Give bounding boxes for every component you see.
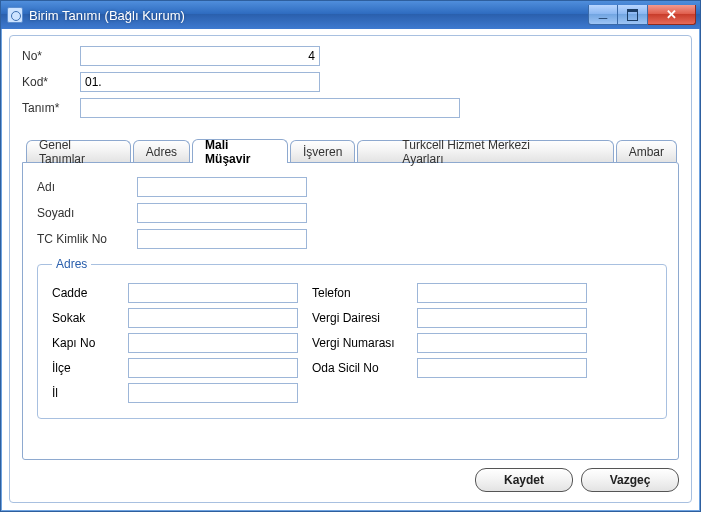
minimize-button[interactable]: ─: [588, 5, 618, 25]
no-input[interactable]: [80, 46, 320, 66]
kapino-input[interactable]: [128, 333, 298, 353]
il-input[interactable]: [128, 383, 298, 403]
vdaire-label: Vergi Dairesi: [312, 311, 417, 325]
adres-groupbox: Adres Cadde Sokak Kapı No İlçe İl Telefo…: [37, 257, 667, 419]
window-frame: Birim Tanımı (Bağlı Kurum) ─ ✕ No* Kod* …: [0, 0, 701, 512]
adi-input[interactable]: [137, 177, 307, 197]
kapino-label: Kapı No: [52, 336, 128, 350]
kod-input[interactable]: [80, 72, 320, 92]
maximize-button[interactable]: [618, 5, 648, 25]
ilce-input[interactable]: [128, 358, 298, 378]
save-button[interactable]: Kaydet: [475, 468, 573, 492]
tab-isveren[interactable]: İşveren: [290, 140, 355, 162]
minimize-icon: ─: [599, 12, 608, 24]
no-label: No*: [22, 49, 80, 63]
tckimlik-input[interactable]: [137, 229, 307, 249]
cadde-label: Cadde: [52, 286, 128, 300]
cancel-button[interactable]: Vazgeç: [581, 468, 679, 492]
tanim-label: Tanım*: [22, 101, 80, 115]
odasicil-label: Oda Sicil No: [312, 361, 417, 375]
sokak-input[interactable]: [128, 308, 298, 328]
tab-mali-musavir[interactable]: Mali Müşavir: [192, 139, 288, 163]
soyadi-label: Soyadı: [37, 206, 137, 220]
vno-label: Vergi Numarası: [312, 336, 417, 350]
tab-strip: Genel Tanımlar Adres Mali Müşavir İşvere…: [22, 140, 679, 162]
vdaire-input[interactable]: [417, 308, 587, 328]
soyadi-input[interactable]: [137, 203, 307, 223]
telefon-label: Telefon: [312, 286, 417, 300]
window-title: Birim Tanımı (Bağlı Kurum): [29, 8, 185, 23]
odasicil-input[interactable]: [417, 358, 587, 378]
telefon-input[interactable]: [417, 283, 587, 303]
tanim-input[interactable]: [80, 98, 460, 118]
adres-legend: Adres: [52, 257, 91, 271]
il-label: İl: [52, 386, 128, 400]
tab-page-mali-musavir: Adı Soyadı TC Kimlik No Adres: [22, 162, 679, 460]
close-icon: ✕: [666, 8, 677, 21]
header-fields: No* Kod* Tanım*: [22, 46, 679, 124]
sokak-label: Sokak: [52, 311, 128, 325]
vno-input[interactable]: [417, 333, 587, 353]
tab-adres[interactable]: Adres: [133, 140, 190, 162]
kod-label: Kod*: [22, 75, 80, 89]
titlebar[interactable]: Birim Tanımı (Bağlı Kurum) ─ ✕: [1, 1, 700, 29]
app-icon: [7, 7, 23, 23]
cadde-input[interactable]: [128, 283, 298, 303]
tab-turkcell-hizmet-merkezi[interactable]: Turkcell Hizmet Merkezi Ayarları: [357, 140, 613, 162]
close-button[interactable]: ✕: [648, 5, 696, 25]
tckimlik-label: TC Kimlik No: [37, 232, 137, 246]
tab-genel-tanimlar[interactable]: Genel Tanımlar: [26, 140, 131, 162]
tab-ambar[interactable]: Ambar: [616, 140, 677, 162]
ilce-label: İlçe: [52, 361, 128, 375]
maximize-icon: [627, 9, 638, 21]
adi-label: Adı: [37, 180, 137, 194]
